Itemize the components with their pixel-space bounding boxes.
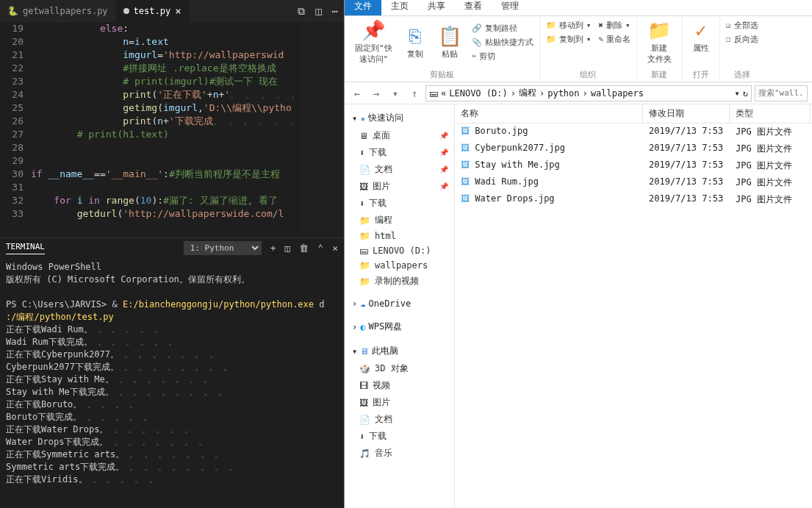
delete-icon: ✖ — [598, 21, 603, 30]
close-panel-icon[interactable]: × — [332, 243, 338, 254]
col-type[interactable]: 类型 — [730, 104, 811, 123]
nav-item[interactable]: 🖼图片 — [345, 394, 454, 411]
terminal[interactable]: Windows PowerShell版权所有 (C) Microsoft Cor… — [0, 258, 344, 508]
wps-header[interactable]: ›◐WPS网盘 — [345, 318, 454, 336]
split-terminal-icon[interactable]: ◫ — [285, 243, 291, 254]
code-editor[interactable]: else: n=i.text imgurl='http://wallpapers… — [31, 22, 301, 237]
image-icon: 🖼 — [461, 126, 470, 136]
selectall-button[interactable]: ☑全部选 — [726, 19, 758, 32]
nav-item[interactable]: ⬇下载 — [345, 195, 454, 212]
pin-icon: 📌 — [439, 165, 448, 173]
pasteshortcut-button[interactable]: 📎粘贴快捷方式 — [472, 36, 533, 49]
nav-item[interactable]: 📁html — [345, 229, 454, 243]
copy-icon: ⎘ — [409, 25, 421, 47]
col-date[interactable]: 修改日期 — [643, 104, 730, 123]
pin-button[interactable]: 📌固定到"快 速访问" — [351, 19, 397, 65]
tab-getwallpapers[interactable]: 🐍 getwallpapers.py — [0, 0, 116, 22]
tab-file[interactable]: 文件 — [345, 0, 381, 15]
file-row[interactable]: 🖼 Stay with Me.jpg2019/7/13 7:53JPG 图片文件 — [455, 157, 812, 174]
group-label: 打开 — [693, 66, 709, 80]
nav-item[interactable]: 🎵音乐 — [345, 445, 454, 462]
rename-button[interactable]: ✎重命名 — [598, 33, 630, 46]
breadcrumb[interactable]: 🖴 « LENOVO (D:)› 编程› python› wallpapers … — [425, 85, 752, 101]
trash-icon[interactable]: 🗑 — [299, 243, 309, 254]
up-icon[interactable]: ↑ — [406, 87, 423, 99]
image-icon: 🖼 — [461, 193, 470, 204]
folder-icon: 🎞 — [359, 381, 368, 391]
image-icon: 🖼 — [461, 143, 470, 153]
col-name[interactable]: 名称 — [455, 104, 643, 123]
thispc-header[interactable]: ▾🖥此电脑 — [345, 342, 454, 360]
moveto-button[interactable]: 📁移动到 ▾ — [546, 19, 592, 32]
compare-icon[interactable]: ⧉ — [298, 5, 305, 18]
chevron-up-icon[interactable]: ⌃ — [317, 243, 323, 254]
path-icon: 🔗 — [472, 24, 482, 33]
recent-icon[interactable]: ▾ — [387, 87, 403, 99]
column-headers[interactable]: 名称 修改日期 类型 — [455, 104, 812, 124]
python-icon: 🐍 — [7, 6, 18, 16]
terminal-tab[interactable]: TERMINAL — [6, 242, 45, 254]
onedrive-header[interactable]: ›☁OneDrive — [345, 296, 454, 312]
tab-view[interactable]: 查看 — [455, 0, 492, 15]
invertsel-button[interactable]: ☐反向选 — [726, 33, 758, 46]
file-row[interactable]: 🖼 Water Drops.jpg2019/7/13 7:53JPG 图片文件 — [455, 191, 812, 208]
nav-item[interactable]: 🎞视频 — [345, 377, 454, 394]
cut-button[interactable]: ✂剪切 — [472, 50, 533, 62]
nav-item[interactable]: 📁编程 — [345, 212, 454, 229]
tab-share[interactable]: 共享 — [418, 0, 455, 15]
group-label: 新建 — [651, 66, 667, 80]
nav-item[interactable]: 🎲3D 对象 — [345, 360, 454, 377]
quickaccess-header[interactable]: ▾★快速访问 — [345, 109, 454, 127]
nav-item[interactable]: 📄文档 — [345, 411, 454, 428]
file-list: 名称 修改日期 类型 🖼 Boruto.jpg2019/7/13 7:53JPG… — [455, 104, 812, 508]
editor-area: 192021222324252627282930313233 else: n=i… — [0, 22, 344, 237]
search-input[interactable] — [755, 85, 808, 101]
copyto-button[interactable]: 📁复制到 ▾ — [546, 33, 592, 46]
folder-icon: 📄 — [359, 415, 370, 425]
image-icon: 🖼 — [461, 160, 470, 170]
folder-icon: ⬇ — [359, 148, 364, 158]
file-row[interactable]: 🖼 Cyberpunk2077.jpg2019/7/13 7:53JPG 图片文… — [455, 140, 812, 157]
close-icon[interactable]: × — [175, 5, 181, 17]
file-row[interactable]: 🖼 Boruto.jpg2019/7/13 7:53JPG 图片文件 — [455, 124, 812, 140]
properties-button[interactable]: ✓属性 — [689, 19, 714, 54]
image-icon: 🖼 — [461, 176, 470, 187]
folder-icon: 🖴 — [359, 246, 368, 256]
group-label: 选择 — [734, 66, 750, 80]
nav-item[interactable]: ⬇下载📌 — [345, 144, 454, 161]
pin-icon: 📌 — [439, 182, 448, 190]
nav-item[interactable]: 🖼图片📌 — [345, 178, 454, 195]
nav-pane[interactable]: ▾★快速访问 🖥桌面📌⬇下载📌📄文档📌🖼图片📌⬇下载📁编程📁html🖴LENOV… — [345, 104, 455, 508]
forward-icon[interactable]: → — [368, 87, 384, 99]
folder-icon: 📁 — [359, 276, 370, 287]
copypath-button[interactable]: 🔗复制路径 — [472, 22, 533, 35]
tab-home[interactable]: 主页 — [381, 0, 418, 15]
nav-item[interactable]: 📁wallpapers — [345, 258, 454, 273]
invert-icon: ☐ — [726, 35, 731, 44]
folder-icon: 📁 — [647, 19, 671, 41]
pin-icon: 📌 — [362, 19, 385, 41]
terminal-select[interactable]: 1: Python — [184, 241, 262, 255]
plus-icon[interactable]: + — [270, 243, 276, 254]
file-row[interactable]: 🖼 Wadi Rum.jpg2019/7/13 7:53JPG 图片文件 — [455, 174, 812, 191]
nav-item[interactable]: ⬇下载 — [345, 428, 454, 445]
folder-icon: 📄 — [359, 165, 370, 175]
more-icon[interactable]: ⋯ — [332, 5, 338, 18]
nav-item[interactable]: 📄文档📌 — [345, 161, 454, 178]
refresh-icon[interactable]: ↻ — [743, 88, 748, 99]
nav-item[interactable]: 📁录制的视频 — [345, 273, 454, 290]
nav-item[interactable]: 🖥桌面📌 — [345, 127, 454, 144]
copy-button[interactable]: ⎘复制 — [403, 25, 428, 60]
split-icon[interactable]: ◫ — [315, 5, 321, 18]
tab-test[interactable]: test.py × — [116, 0, 190, 22]
back-icon[interactable]: ← — [349, 87, 365, 99]
tab-manage[interactable]: 管理 — [492, 0, 528, 15]
minimap[interactable] — [301, 22, 344, 237]
group-label: 组织 — [580, 66, 596, 80]
nav-item[interactable]: 🖴LENOVO (D:) — [345, 243, 454, 258]
copyto-icon: 📁 — [546, 35, 556, 44]
newfolder-button[interactable]: 📁新建 文件夹 — [643, 19, 676, 65]
delete-button[interactable]: ✖删除 ▾ — [598, 19, 630, 32]
explorer-tabs: 文件 主页 共享 查看 管理 — [345, 0, 812, 16]
paste-button[interactable]: 📋粘贴 — [434, 25, 466, 60]
